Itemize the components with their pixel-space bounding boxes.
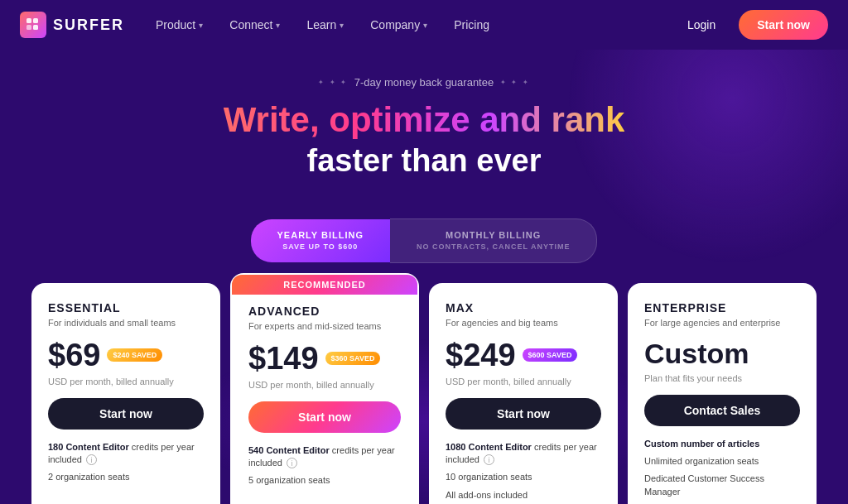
svg-rect-0 [26, 18, 31, 23]
chevron-down-icon: ▾ [340, 21, 344, 30]
feature-essential-1: 2 organization seats [48, 471, 204, 483]
svg-rect-1 [33, 18, 38, 23]
price-advanced: $149 [248, 341, 319, 377]
login-button[interactable]: Login [674, 12, 729, 38]
cta-essential[interactable]: Start now [48, 398, 204, 430]
cta-advanced[interactable]: Start now [248, 401, 401, 433]
plan-advanced: RECOMMENDED ADVANCED For experts and mid… [230, 273, 419, 504]
logo-text: SURFER [53, 17, 124, 34]
monthly-billing-button[interactable]: MONTHLY BILLING NO CONTRACTS, CANCEL ANY… [390, 218, 598, 263]
plan-name-enterprise: ENTERPRISE [644, 301, 800, 314]
yearly-save-label: SAVE UP TO $600 [277, 242, 364, 252]
nav-connect[interactable]: Connect ▾ [218, 12, 292, 38]
billing-toggle: YEARLY BILLING SAVE UP TO $600 MONTHLY B… [0, 218, 848, 263]
hero-title-plain: faster than ever [306, 143, 541, 178]
feature-advanced-0: 540 Content Editor credits per year incl… [248, 444, 401, 470]
nav-learn[interactable]: Learn ▾ [295, 12, 355, 38]
info-icon[interactable]: i [287, 458, 297, 468]
hero-title: Write, optimize and rank faster than eve… [0, 100, 848, 180]
price-enterprise: Custom [644, 338, 749, 370]
plan-desc-max: For agencies and big teams [446, 318, 601, 328]
recommended-badge: RECOMMENDED [232, 275, 417, 295]
plan-essential: ESSENTIAL For individuals and small team… [31, 283, 220, 504]
logo-icon [20, 12, 46, 38]
plan-name-max: MAX [446, 301, 601, 314]
cta-max[interactable]: Start now [446, 398, 601, 430]
chevron-down-icon: ▾ [423, 21, 427, 30]
nav-company[interactable]: Company ▾ [359, 12, 439, 38]
plan-name-essential: ESSENTIAL [48, 301, 204, 314]
plan-desc-advanced: For experts and mid-sized teams [248, 321, 401, 331]
feature-enterprise-1: Unlimited organization seats [644, 455, 800, 468]
feature-enterprise-0: Custom number of articles [644, 438, 800, 450]
navbar: SURFER Product ▾ Connect ▾ Learn ▾ Compa… [0, 0, 848, 50]
start-now-button[interactable]: Start now [739, 10, 828, 40]
chevron-down-icon: ▾ [276, 21, 280, 30]
nav-right: Login Start now [674, 10, 828, 40]
svg-rect-3 [33, 25, 38, 30]
feature-max-1: 10 organization seats [446, 471, 601, 483]
yearly-billing-button[interactable]: YEARLY BILLING SAVE UP TO $600 [251, 219, 390, 262]
plan-enterprise: ENTERPRISE For large agencies and enterp… [628, 283, 817, 504]
feature-advanced-1: 5 organization seats [248, 474, 401, 487]
info-icon[interactable]: i [484, 454, 494, 465]
guarantee-badge: 7-day money back guarantee [318, 76, 529, 89]
cta-enterprise[interactable]: Contact Sales [644, 395, 800, 426]
price-row-advanced: $149 $360 SAVED [248, 341, 401, 377]
monthly-note: NO CONTRACTS, CANCEL ANYTIME [417, 242, 571, 252]
hero-section: 7-day money back guarantee Write, optimi… [0, 50, 848, 202]
saved-badge-essential: $240 SAVED [107, 348, 162, 362]
info-icon[interactable]: i [86, 454, 97, 465]
price-row-max: $249 $600 SAVED [446, 338, 601, 373]
price-period-advanced: USD per month, billed annually [248, 380, 401, 390]
feature-enterprise-2: Dedicated Customer Success Manager [644, 473, 800, 498]
plan-desc-essential: For individuals and small teams [48, 318, 204, 328]
nav-pricing[interactable]: Pricing [442, 12, 501, 38]
saved-badge-advanced: $360 SAVED [325, 352, 381, 365]
nav-product[interactable]: Product ▾ [144, 12, 214, 38]
monthly-label: MONTHLY BILLING [446, 230, 541, 240]
nav-links: Product ▾ Connect ▾ Learn ▾ Company ▾ Pr… [144, 12, 674, 38]
yearly-label: YEARLY BILLING [277, 230, 364, 240]
feature-essential-0: 180 Content Editor credits per year incl… [48, 441, 204, 467]
feature-max-0: 1080 Content Editor credits per year inc… [446, 441, 601, 467]
saved-badge-max: $600 SAVED [523, 348, 578, 362]
plan-fits-enterprise: Plan that fits your needs [644, 373, 800, 383]
price-max: $249 [446, 338, 516, 373]
logo[interactable]: SURFER [20, 12, 124, 38]
svg-rect-2 [26, 25, 31, 30]
feature-max-2: All add-ons included [446, 489, 601, 502]
hero-title-gradient: Write, optimize and rank [224, 100, 625, 139]
plan-max: MAX For agencies and big teams $249 $600… [429, 283, 618, 504]
price-row-enterprise: Custom [644, 338, 800, 370]
price-period-max: USD per month, billed annually [446, 377, 601, 386]
plan-desc-enterprise: For large agencies and enterprise [644, 318, 800, 328]
price-essential: $69 [48, 338, 100, 373]
pricing-cards: ESSENTIAL For individuals and small team… [0, 283, 848, 504]
price-row-essential: $69 $240 SAVED [48, 338, 204, 373]
price-period-essential: USD per month, billed annually [48, 377, 204, 386]
chevron-down-icon: ▾ [199, 21, 203, 30]
plan-name-advanced: ADVANCED [248, 305, 401, 318]
